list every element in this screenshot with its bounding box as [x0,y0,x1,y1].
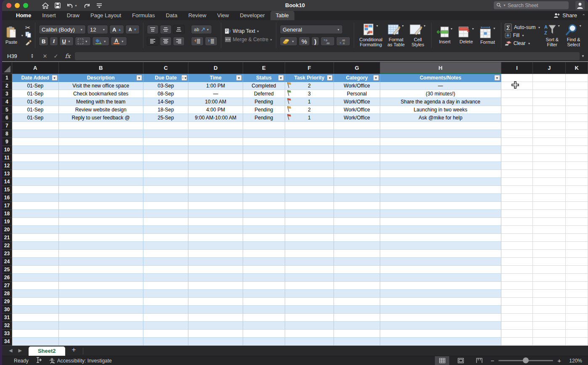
cell-F6[interactable]: 1 [285,114,334,122]
row-header-15[interactable]: 15 [2,186,12,194]
column-header-H[interactable]: H [380,62,501,74]
ribbon-tab-formulas[interactable]: Formulas [127,11,160,20]
cell-J14[interactable] [533,178,566,186]
cell-B11[interactable] [59,154,143,162]
cell-I19[interactable] [501,218,533,226]
cell-F30[interactable] [285,306,334,314]
cell-G1[interactable]: Category▼ [334,74,380,82]
italic-button[interactable]: I [50,37,58,46]
cell-E4[interactable]: Pending [243,98,285,106]
align-center-button[interactable] [160,37,172,46]
cell-C21[interactable] [143,234,189,242]
cell-K16[interactable] [566,194,588,202]
cell-B22[interactable] [59,242,143,250]
cell-A28[interactable] [12,290,59,298]
cell-C10[interactable] [143,146,189,154]
cell-G15[interactable] [334,186,380,194]
clear-button[interactable]: Clear▼ [505,40,541,47]
cell-K28[interactable] [566,290,588,298]
cell-F14[interactable] [285,178,334,186]
collapse-ribbon-icon[interactable]: ⌃ [582,13,585,18]
cell-J11[interactable] [533,154,566,162]
cell-C20[interactable] [143,226,189,234]
cell-H26[interactable] [380,274,501,282]
decrease-decimal-button[interactable]: .00.0 [336,37,350,46]
cell-F24[interactable] [285,258,334,266]
cell-F25[interactable] [285,266,334,274]
cell-G26[interactable] [334,274,380,282]
cell-G25[interactable] [334,266,380,274]
cell-A18[interactable] [12,210,59,218]
cell-C11[interactable] [143,154,189,162]
paste-caret-icon[interactable]: ▼ [21,34,24,37]
row-header-17[interactable]: 17 [2,202,12,210]
cell-C12[interactable] [143,162,189,170]
cell-A26[interactable] [12,274,59,282]
cell-B9[interactable] [59,138,143,146]
name-box[interactable]: H39 [2,53,31,59]
cell-C2[interactable]: 03-Sep [143,82,189,90]
cell-J17[interactable] [533,202,566,210]
cell-D11[interactable] [188,154,243,162]
cell-J4[interactable] [533,98,566,106]
cell-B33[interactable] [59,330,143,338]
format-cells-button[interactable]: ▼ Format [478,25,498,45]
cell-F19[interactable] [285,218,334,226]
cell-B20[interactable] [59,226,143,234]
cell-A7[interactable] [12,122,59,130]
cell-B14[interactable] [59,178,143,186]
column-header-G[interactable]: G [334,62,380,74]
ribbon-tab-insert[interactable]: Insert [37,11,61,20]
cell-F12[interactable] [285,162,334,170]
cell-A15[interactable] [12,186,59,194]
cell-D12[interactable] [188,162,243,170]
cell-J1[interactable] [533,74,566,82]
cell-J23[interactable] [533,250,566,258]
cell-G30[interactable] [334,306,380,314]
cell-A14[interactable] [12,178,59,186]
row-header-23[interactable]: 23 [2,250,12,258]
bold-button[interactable]: B [39,37,48,46]
ribbon-tab-table[interactable]: Table [270,11,294,20]
cell-H16[interactable] [380,194,501,202]
cell-C4[interactable]: 14-Sep [143,98,189,106]
cell-J29[interactable] [533,298,566,306]
cell-J34[interactable] [533,338,566,346]
cell-K3[interactable] [566,90,588,98]
cell-I29[interactable] [501,298,533,306]
cell-E30[interactable] [243,306,285,314]
cell-D1[interactable]: Time▼ [188,74,243,82]
conditional-formatting-button[interactable]: ≠ ▼ ConditionalFormatting [358,23,384,48]
cell-E25[interactable] [243,266,285,274]
cell-I20[interactable] [501,226,533,234]
cell-J12[interactable] [533,162,566,170]
cell-H9[interactable] [380,138,501,146]
cell-D9[interactable] [188,138,243,146]
orientation-button[interactable]: ab ▼ [191,25,212,34]
cell-H14[interactable] [380,178,501,186]
cell-G22[interactable] [334,242,380,250]
cell-B4[interactable]: Meeting with the team [59,98,143,106]
cell-C17[interactable] [143,202,189,210]
format-painter-button[interactable] [25,40,32,47]
cell-K33[interactable] [566,330,588,338]
row-header-25[interactable]: 25 [2,266,12,274]
percent-button[interactable]: % [299,37,310,46]
cell-E20[interactable] [243,226,285,234]
cell-D19[interactable] [188,218,243,226]
row-header-34[interactable]: 34 [2,338,12,346]
cell-K24[interactable] [566,258,588,266]
cell-K7[interactable] [566,122,588,130]
cell-J10[interactable] [533,146,566,154]
cell-C18[interactable] [143,210,189,218]
cell-K12[interactable] [566,162,588,170]
cell-I3[interactable] [501,90,533,98]
cell-D22[interactable] [188,242,243,250]
cell-K1[interactable] [566,74,588,82]
cell-K32[interactable] [566,322,588,330]
ribbon-tab-review[interactable]: Review [183,11,212,20]
merge-centre-button[interactable]: Merge & Centre ▼ [225,37,273,42]
cell-D32[interactable] [188,322,243,330]
cell-D28[interactable] [188,290,243,298]
cell-J2[interactable] [533,82,566,90]
